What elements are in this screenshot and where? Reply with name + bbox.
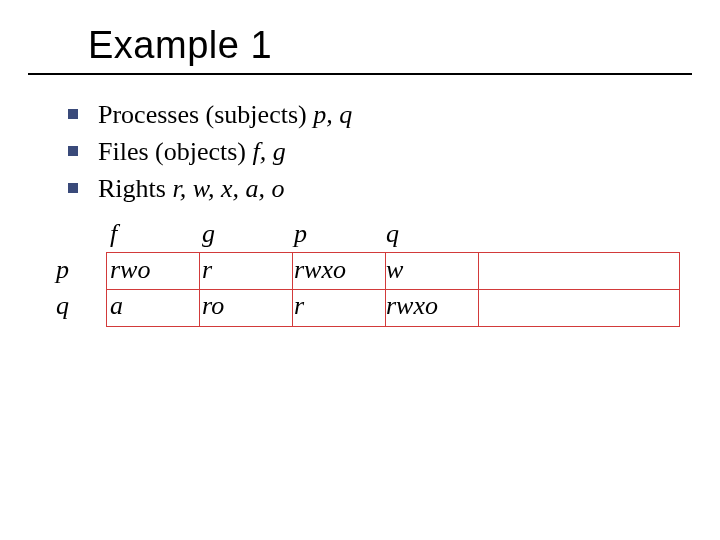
bullet-prefix: Rights	[98, 174, 172, 203]
bullet-item: Files (objects) f, g	[68, 134, 692, 169]
row-label: q	[56, 288, 69, 324]
bullet-italic: r, w, x, a, o	[172, 174, 284, 203]
bullet-prefix: Processes (subjects)	[98, 100, 313, 129]
matrix-cell: w	[382, 252, 474, 288]
bullet-text: Rights r, w, x, a, o	[98, 171, 285, 206]
bullet-text: Files (objects) f, g	[98, 134, 286, 169]
matrix-grid: f g p q rwo r rwxo w a ro r rwxo	[106, 216, 692, 324]
bullet-text: Processes (subjects) p, q	[98, 97, 352, 132]
title-rule	[28, 73, 692, 75]
matrix-header-row: f g p q	[106, 216, 692, 252]
bullet-prefix: Files (objects)	[98, 137, 253, 166]
matrix-cell: rwo	[106, 252, 198, 288]
col-header: p	[290, 216, 382, 252]
matrix-data-row: rwo r rwxo w	[106, 252, 692, 288]
col-header: f	[106, 216, 198, 252]
access-matrix: . p q f g p q rwo r rwxo w a ro r rwxo	[28, 216, 692, 324]
row-labels: . p q	[56, 216, 69, 324]
slide-title: Example 1	[88, 24, 692, 67]
matrix-cell: r	[290, 288, 382, 324]
matrix-data-row: a ro r rwxo	[106, 288, 692, 324]
bullet-item: Processes (subjects) p, q	[68, 97, 692, 132]
matrix-cell: ro	[198, 288, 290, 324]
matrix-cell: r	[198, 252, 290, 288]
bullet-list: Processes (subjects) p, q Files (objects…	[28, 97, 692, 206]
slide: Example 1 Processes (subjects) p, q File…	[0, 0, 720, 540]
row-label: p	[56, 252, 69, 288]
bullet-italic: f, g	[253, 137, 286, 166]
bullet-icon	[68, 183, 78, 193]
col-header: g	[198, 216, 290, 252]
matrix-cell: rwxo	[290, 252, 382, 288]
bullet-item: Rights r, w, x, a, o	[68, 171, 692, 206]
bullet-icon	[68, 109, 78, 119]
col-header: q	[382, 216, 474, 252]
matrix-cell: rwxo	[382, 288, 474, 324]
bullet-icon	[68, 146, 78, 156]
matrix-cell: a	[106, 288, 198, 324]
bullet-italic: p, q	[313, 100, 352, 129]
